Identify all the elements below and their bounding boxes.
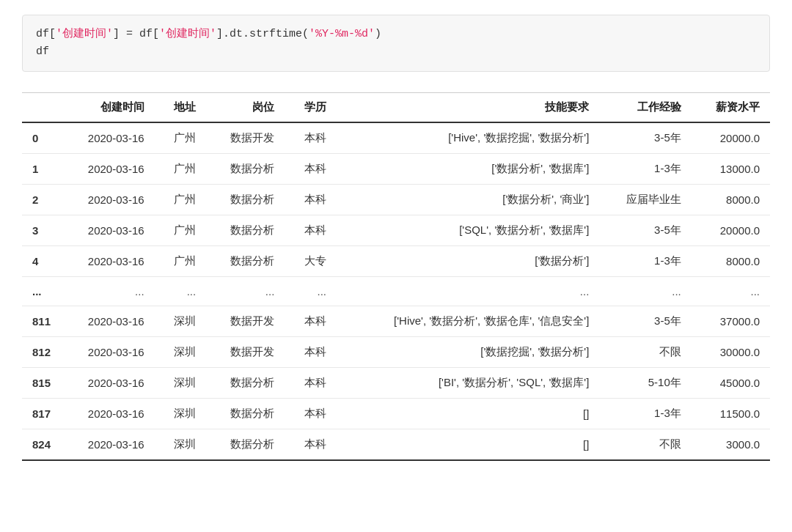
- col-header-skills: 技能要求: [337, 93, 599, 123]
- cell-edu: 本科: [285, 306, 337, 337]
- cell-edu: 本科: [285, 185, 337, 215]
- table-header-row: 创建时间 地址 岗位 学历 技能要求 工作经验 薪资水平: [22, 93, 770, 123]
- cell-city: 广州: [155, 154, 207, 185]
- cell-date: 2020-03-16: [61, 122, 155, 154]
- cell-salary: 8000.0: [692, 185, 770, 215]
- table-row: 8122020-03-16深圳数据开发本科['数据挖掘', '数据分析']不限3…: [22, 337, 770, 368]
- code-string1: '创建时间': [56, 28, 113, 40]
- cell-date: 2020-03-16: [61, 399, 155, 429]
- data-table-container: 创建时间 地址 岗位 学历 技能要求 工作经验 薪资水平 02020-03-16…: [22, 92, 770, 461]
- cell-exp: 1-3年: [599, 399, 691, 429]
- cell-position: 数据分析: [206, 399, 285, 429]
- cell-exp: 1-3年: [599, 154, 691, 185]
- cell-edu: 本科: [285, 122, 337, 154]
- cell-skills: ['数据分析', '商业']: [337, 185, 599, 215]
- cell-exp: 不限: [599, 337, 691, 368]
- cell-index: ...: [22, 277, 61, 306]
- cell-edu: 本科: [285, 429, 337, 461]
- cell-edu: ...: [285, 277, 337, 306]
- code-line2: df: [36, 45, 49, 58]
- cell-index: 815: [22, 368, 61, 399]
- cell-city: 深圳: [155, 399, 207, 429]
- cell-position: 数据分析: [206, 154, 285, 185]
- cell-skills: ['数据挖掘', '数据分析']: [337, 337, 599, 368]
- cell-exp: 不限: [599, 429, 691, 461]
- cell-exp: 3-5年: [599, 306, 691, 337]
- cell-position: 数据分析: [206, 368, 285, 399]
- cell-index: 817: [22, 399, 61, 429]
- cell-edu: 本科: [285, 399, 337, 429]
- cell-date: 2020-03-16: [61, 306, 155, 337]
- cell-exp: 1-3年: [599, 246, 691, 277]
- table-row: 02020-03-16广州数据开发本科['Hive', '数据挖掘', '数据分…: [22, 122, 770, 154]
- cell-position: 数据开发: [206, 306, 285, 337]
- cell-exp: 3-5年: [599, 122, 691, 154]
- table-row: ........................: [22, 277, 770, 306]
- cell-skills: ['数据分析']: [337, 246, 599, 277]
- cell-date: 2020-03-16: [61, 337, 155, 368]
- cell-skills: ['数据分析', '数据库']: [337, 154, 599, 185]
- page-container: df['创建时间'] = df['创建时间'].dt.strftime('%Y-…: [0, 0, 792, 483]
- cell-index: 824: [22, 429, 61, 461]
- cell-date: 2020-03-16: [61, 154, 155, 185]
- cell-edu: 本科: [285, 368, 337, 399]
- code-method: ].dt.strftime(: [216, 28, 309, 40]
- data-table: 创建时间 地址 岗位 学历 技能要求 工作经验 薪资水平 02020-03-16…: [22, 92, 770, 461]
- code-line1-mid: ] = df[: [113, 28, 159, 40]
- table-row: 8152020-03-16深圳数据分析本科['BI', '数据分析', 'SQL…: [22, 368, 770, 399]
- cell-city: 广州: [155, 215, 207, 246]
- table-row: 8172020-03-16深圳数据分析本科[]1-3年11500.0: [22, 399, 770, 429]
- code-line1-prefix: df[: [36, 28, 56, 40]
- cell-skills: ['SQL', '数据分析', '数据库']: [337, 215, 599, 246]
- cell-salary: 3000.0: [692, 429, 770, 461]
- cell-position: 数据开发: [206, 122, 285, 154]
- cell-date: 2020-03-16: [61, 215, 155, 246]
- cell-skills: ...: [337, 277, 599, 306]
- cell-city: 深圳: [155, 337, 207, 368]
- code-string2: '创建时间': [159, 28, 216, 40]
- cell-edu: 本科: [285, 154, 337, 185]
- col-header-edu: 学历: [285, 93, 337, 123]
- cell-salary: 11500.0: [692, 399, 770, 429]
- cell-position: 数据分析: [206, 185, 285, 215]
- cell-index: 2: [22, 185, 61, 215]
- cell-index: 1: [22, 154, 61, 185]
- cell-skills: []: [337, 399, 599, 429]
- cell-date: ...: [61, 277, 155, 306]
- cell-edu: 本科: [285, 215, 337, 246]
- cell-index: 812: [22, 337, 61, 368]
- table-row: 32020-03-16广州数据分析本科['SQL', '数据分析', '数据库'…: [22, 215, 770, 246]
- col-header-salary: 薪资水平: [692, 93, 770, 123]
- cell-position: ...: [206, 277, 285, 306]
- table-row: 42020-03-16广州数据分析大专['数据分析']1-3年8000.0: [22, 246, 770, 277]
- cell-skills: ['Hive', '数据分析', '数据仓库', '信息安全']: [337, 306, 599, 337]
- cell-date: 2020-03-16: [61, 185, 155, 215]
- table-row: 12020-03-16广州数据分析本科['数据分析', '数据库']1-3年13…: [22, 154, 770, 185]
- cell-position: 数据开发: [206, 337, 285, 368]
- cell-salary: 13000.0: [692, 154, 770, 185]
- table-row: 8242020-03-16深圳数据分析本科[]不限3000.0: [22, 429, 770, 461]
- col-header-date: 创建时间: [61, 93, 155, 123]
- cell-edu: 本科: [285, 337, 337, 368]
- col-header-position: 岗位: [206, 93, 285, 123]
- cell-salary: 45000.0: [692, 368, 770, 399]
- table-row: 8112020-03-16深圳数据开发本科['Hive', '数据分析', '数…: [22, 306, 770, 337]
- cell-index: 0: [22, 122, 61, 154]
- cell-city: 深圳: [155, 306, 207, 337]
- cell-date: 2020-03-16: [61, 246, 155, 277]
- cell-date: 2020-03-16: [61, 429, 155, 461]
- cell-skills: []: [337, 429, 599, 461]
- cell-position: 数据分析: [206, 215, 285, 246]
- cell-skills: ['Hive', '数据挖掘', '数据分析']: [337, 122, 599, 154]
- cell-index: 3: [22, 215, 61, 246]
- cell-skills: ['BI', '数据分析', 'SQL', '数据库']: [337, 368, 599, 399]
- cell-city: 广州: [155, 246, 207, 277]
- col-header-city: 地址: [155, 93, 207, 123]
- code-block: df['创建时间'] = df['创建时间'].dt.strftime('%Y-…: [22, 15, 770, 72]
- cell-salary: ...: [692, 277, 770, 306]
- col-header-index: [22, 93, 61, 123]
- code-string3: '%Y-%m-%d': [309, 28, 375, 40]
- cell-salary: 20000.0: [692, 122, 770, 154]
- cell-salary: 30000.0: [692, 337, 770, 368]
- cell-date: 2020-03-16: [61, 368, 155, 399]
